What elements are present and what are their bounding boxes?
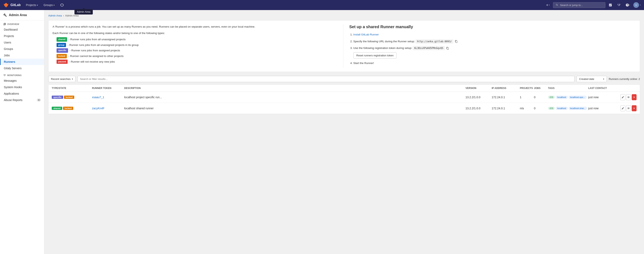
step-4: Start the Runner! [354, 61, 636, 66]
search-input[interactable] [78, 76, 574, 82]
groups-menu[interactable]: Groups ▾ [42, 2, 56, 8]
runners-desc-p2: Each Runner can be in one of the followi… [52, 31, 339, 36]
copy-token-icon[interactable] [446, 47, 449, 50]
runner-tags: iOS localhost localhost-spe... [548, 96, 588, 99]
runner-url: http://anka.gitlab:8093/ [416, 40, 453, 44]
runners-table: Type/State Runner token Description Vers… [48, 84, 640, 114]
reset-token-button[interactable]: Reset runners registration token [354, 52, 397, 58]
runners-types-list: shared - Runner runs jobs from all unass… [52, 37, 339, 64]
sidebar-item-system-hooks[interactable]: System Hooks [0, 84, 44, 90]
runner-ip: 172.24.0.1 [492, 107, 520, 110]
setup-title: Set up a shared Runner manually [349, 24, 636, 29]
type-paused: paused - Runner will not receive any new… [56, 60, 339, 64]
sidebar-item-projects[interactable]: Projects [0, 33, 44, 39]
runners-info-card: A 'Runner' is a process which runs a job… [48, 20, 640, 72]
monitoring-section-label: Monitoring [0, 72, 44, 78]
runner-type-state: shared locked [52, 107, 92, 110]
projects-menu[interactable]: Projects ▾ [24, 2, 40, 8]
install-runner-link[interactable]: Install GitLab Runner [354, 33, 379, 36]
step-2: Specify the following URL during the Run… [354, 39, 636, 44]
setup-instructions: Set up a shared Runner manually Install … [343, 24, 636, 68]
dropdown-chevron: ▾ [72, 78, 73, 80]
recent-searches-dropdown[interactable]: Recent searches ▾ [48, 76, 76, 82]
runner-version: 13.2.2/1.0.0 [466, 107, 492, 110]
runner-version: 13.2.2/1.0.0 [466, 96, 492, 99]
type-locked: locked - Runner cannot be assigned to ot… [56, 54, 339, 58]
sidebar-item-applications[interactable]: Applications [0, 90, 44, 97]
runner-type-state: specific locked [52, 96, 92, 99]
runner-jobs: 0 [534, 107, 548, 110]
table-row: specific locked xsaau7_1 localhost proje… [48, 92, 640, 103]
step-3: Use the following registration token dur… [354, 46, 636, 58]
gitlab-logo[interactable]: GitLab [3, 2, 21, 8]
main-content: Admin Area › Admin Area A 'Runner' is a … [44, 10, 644, 254]
type-specific: specific - Runner runs jobs from assigne… [56, 48, 339, 53]
pause-runner-button[interactable] [626, 105, 631, 111]
more-menu[interactable] [58, 2, 66, 8]
sidebar-title: Admin Area [9, 13, 27, 17]
table-row: shared locked zacyKn4F localhost shared … [48, 103, 640, 114]
todo-icon[interactable] [607, 2, 614, 8]
sidebar-item-groups[interactable]: Groups [0, 46, 44, 52]
col-ip: IP Address [492, 87, 520, 90]
breadcrumb: Admin Area › Admin Area [48, 14, 640, 17]
col-version: Version [466, 87, 492, 90]
runners-desc-p1: A 'Runner' is a process which runs a job… [52, 24, 339, 29]
sidebar-item-users[interactable]: Users [0, 39, 44, 46]
setup-steps: Install GitLab Runner Specify the follow… [349, 32, 636, 65]
pause-runner-button[interactable] [626, 94, 631, 100]
sort-dropdown[interactable]: Created date ▾ [576, 76, 607, 82]
runner-projects: 1 [520, 96, 534, 99]
top-navigation: GitLab Projects ▾ Groups ▾ ▾ Search or j… [0, 0, 644, 10]
step-1: Install GitLab Runner [354, 32, 636, 37]
runner-actions [620, 94, 636, 100]
admin-area-tooltip: Admin Area [74, 9, 93, 14]
runner-ip: 172.24.0.1 [492, 96, 520, 99]
col-projects: Projects [520, 87, 534, 90]
gitlab-wordmark: GitLab [10, 3, 21, 7]
delete-runner-button[interactable] [632, 94, 636, 100]
registration-token: 6L3DssXPaHd5FMnGqvQS [413, 46, 445, 50]
sidebar-item-gitaly[interactable]: Gitaly Servers [0, 65, 44, 72]
runner-actions [620, 105, 636, 111]
type-group: group - Runner runs jobs from all unassi… [56, 43, 339, 47]
overview-section-label: Overview [0, 20, 44, 26]
col-actions [620, 87, 636, 90]
runners-description: A 'Runner' is a process which runs a job… [52, 24, 343, 68]
breadcrumb-current: Admin Area [65, 14, 79, 17]
plus-menu[interactable]: ▾ [544, 2, 552, 8]
filter-bar: Recent searches ▾ Created date ▾ Runners… [48, 76, 640, 82]
sidebar-item-runners[interactable]: Runners [0, 58, 44, 65]
sidebar-item-messages[interactable]: Messages [0, 78, 44, 84]
sidebar-header: Admin Area [0, 10, 44, 20]
search-placeholder: Search or jump to... [560, 4, 583, 7]
copy-url-icon[interactable] [455, 40, 458, 43]
type-shared: shared - Runner runs jobs from all unass… [56, 37, 339, 42]
sidebar-item-abuse-reports[interactable]: Abuse Reports 0 [0, 97, 44, 103]
runner-token-link[interactable]: xsaau7_1 [92, 96, 124, 99]
runner-tags: iOS localhost localhost-shar... [548, 107, 588, 110]
col-token: Runner token [92, 87, 124, 90]
merge-request-icon[interactable] [616, 2, 622, 8]
edit-runner-button[interactable] [620, 105, 625, 111]
global-search[interactable]: Search or jump to... [553, 2, 605, 8]
runner-description: localhost project specific run... [124, 96, 466, 99]
col-desc: Description [124, 87, 466, 90]
user-avatar[interactable]: U [633, 2, 639, 8]
runner-jobs: 0 [534, 96, 548, 99]
sidebar: Admin Area Overview Dashboard Projects U… [0, 10, 44, 254]
runner-token-link[interactable]: zacyKn4F [92, 107, 124, 110]
col-tags: Tags [548, 87, 588, 90]
table-header: Type/State Runner token Description Vers… [48, 85, 640, 92]
sidebar-item-dashboard[interactable]: Dashboard [0, 26, 44, 33]
delete-runner-button[interactable] [632, 105, 636, 111]
edit-runner-button[interactable] [620, 94, 625, 100]
runner-last-contact: just now [588, 96, 620, 99]
sidebar-item-jobs[interactable]: Jobs [0, 52, 44, 58]
help-menu[interactable]: ▾ [624, 2, 632, 8]
sort-chevron: ▾ [603, 78, 604, 80]
col-last-contact: Last contact [588, 87, 620, 90]
runners-online-count: Runners currently online: 2 [609, 78, 640, 80]
runner-description: localhost shared runner [124, 107, 466, 110]
breadcrumb-parent[interactable]: Admin Area [48, 14, 62, 17]
